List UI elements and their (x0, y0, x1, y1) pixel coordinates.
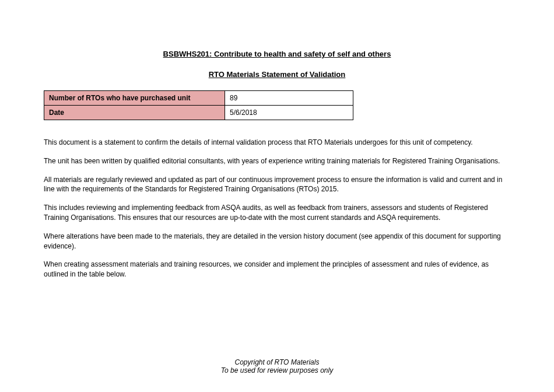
document-title: BSBWHS201: Contribute to health and safe… (44, 50, 510, 58)
body-paragraph: This document is a statement to confirm … (44, 138, 510, 148)
table-row: Number of RTOs who have purchased unit 8… (44, 91, 353, 106)
date-value: 5/6/2018 (225, 106, 353, 120)
copyright-line: Copyright of RTO Materials (0, 358, 554, 366)
body-paragraph: The unit has been written by qualified e… (44, 156, 510, 166)
body-paragraph: This includes reviewing and implementing… (44, 203, 510, 223)
info-table: Number of RTOs who have purchased unit 8… (44, 90, 353, 120)
document-subtitle: RTO Materials Statement of Validation (44, 70, 510, 79)
usage-notice: To be used for review purposes only (0, 366, 554, 374)
body-paragraph: All materials are regularly reviewed and… (44, 175, 510, 195)
rto-count-value: 89 (225, 91, 353, 106)
body-paragraph: Where alterations have been made to the … (44, 232, 510, 251)
body-paragraph: When creating assessment materials and t… (44, 260, 510, 279)
footer: Copyright of RTO Materials To be used fo… (0, 358, 554, 374)
date-label: Date (44, 106, 225, 120)
table-row: Date 5/6/2018 (44, 106, 353, 120)
rto-count-label: Number of RTOs who have purchased unit (44, 91, 225, 106)
